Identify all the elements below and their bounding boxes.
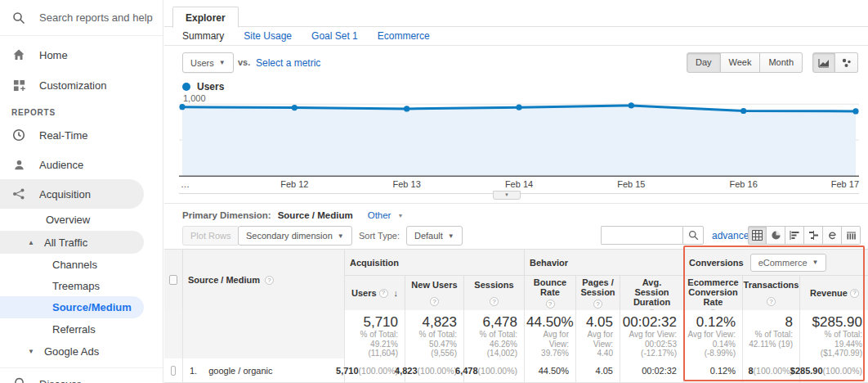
chevron-down-icon: ▼ xyxy=(338,232,344,240)
column-header-pages-session[interactable]: Pages / Session ? xyxy=(575,276,620,311)
row-checkbox[interactable] xyxy=(171,366,176,376)
column-header-new-users[interactable]: New Users ? xyxy=(405,276,463,311)
sidebar-item-all-traffic[interactable]: ▲ All Traffic xyxy=(0,231,144,254)
conversions-goal-dropdown[interactable]: eCommerce ▼ xyxy=(750,254,827,272)
primary-dimension-value[interactable]: Source / Medium xyxy=(278,210,353,220)
sidebar-item-referrals[interactable]: Referrals xyxy=(0,318,163,340)
subtab-summary[interactable]: Summary xyxy=(182,30,224,42)
help-icon[interactable]: ? xyxy=(430,297,439,306)
table-search-button[interactable] xyxy=(682,226,704,245)
column-header-transactions[interactable]: Transactions ? xyxy=(742,276,799,311)
sidebar-search-label: Search reports and help xyxy=(39,11,153,24)
sidebar-item-home[interactable]: Home xyxy=(0,39,163,70)
subtab-goal-set-1[interactable]: Goal Set 1 xyxy=(311,30,358,42)
pivot-view-button[interactable] xyxy=(842,226,861,245)
row-source-medium[interactable]: google / organic xyxy=(208,366,272,376)
cell-sessions: 6,478 xyxy=(455,366,478,376)
cell-revenue-pct: (100.00%) xyxy=(823,366,862,376)
total-value: 6,478 xyxy=(482,314,517,330)
cell-avg-session-duration: 00:02:32 xyxy=(642,366,677,376)
sidebar-section-reports: REPORTS xyxy=(0,100,163,120)
chevron-down-icon: ▼ xyxy=(397,213,403,219)
plot-rows-button[interactable]: Plot Rows xyxy=(182,226,239,246)
row-index: 1. xyxy=(190,366,197,376)
total-subtext: Avg for View: 0.14% (-8.99%) xyxy=(687,330,736,358)
x-axis-label: Feb 13 xyxy=(393,179,421,189)
column-header-bounce-rate[interactable]: Bounce Rate ? xyxy=(524,276,575,311)
users-over-time-chart[interactable]: 5001,000 xyxy=(179,93,859,177)
column-header-revenue[interactable]: Revenue ? xyxy=(799,276,868,311)
sidebar-item-treemaps[interactable]: Treemaps xyxy=(0,275,163,296)
cell-users-pct: (100.00%) xyxy=(359,366,398,376)
total-value: $285.90 xyxy=(812,314,862,330)
chevron-down-icon: ▼ xyxy=(219,59,226,66)
sidebar-item-acquisition[interactable]: Acquisition xyxy=(0,179,144,209)
cell-revenue: $285.90 xyxy=(790,366,823,376)
x-axis-label: … xyxy=(181,179,190,189)
line-chart-button[interactable] xyxy=(812,52,835,73)
cell-ecommerce-conversion-rate: 0.12% xyxy=(710,366,736,376)
column-header-source-medium[interactable]: Source / Medium xyxy=(188,275,260,285)
percentage-view-button[interactable] xyxy=(767,226,785,245)
cell-users: 5,710 xyxy=(336,366,359,376)
data-table-icon xyxy=(752,230,763,241)
select-a-metric-link[interactable]: Select a metric xyxy=(256,57,320,69)
table-row[interactable]: 1. google / organic 5,710(100.00%) 4,823… xyxy=(164,358,868,383)
term-cloud-view-button[interactable] xyxy=(823,226,842,245)
column-header-users[interactable]: Users ? ↓ xyxy=(344,276,405,311)
expand-arrow-icon[interactable]: ▼ xyxy=(28,348,44,355)
granularity-day-button[interactable]: Day xyxy=(687,52,721,73)
comparison-view-button[interactable] xyxy=(804,226,823,245)
column-header-sessions[interactable]: Sessions ? xyxy=(463,276,524,311)
sidebar-item-channels[interactable]: Channels xyxy=(0,254,163,275)
help-icon[interactable]: ? xyxy=(490,297,499,306)
motion-chart-button[interactable] xyxy=(835,52,858,73)
column-header-ecommerce-conversion-rate[interactable]: Ecommerce Conversion Rate ? xyxy=(683,276,742,311)
other-dimension-link[interactable]: Other xyxy=(368,210,391,220)
sidebar-item-label: Overview xyxy=(46,214,90,226)
sidebar-item-audience[interactable]: Audience xyxy=(0,150,163,179)
cell-transactions-pct: (100.00%) xyxy=(754,366,793,376)
subtab-ecommerce[interactable]: Ecommerce xyxy=(378,30,430,42)
primary-dimension-bar: Primary Dimension: Source / Medium Other… xyxy=(182,210,403,220)
sidebar-item-customization[interactable]: Customization xyxy=(0,70,163,100)
sidebar-item-discover[interactable]: Discover xyxy=(0,368,163,383)
sort-descending-icon: ↓ xyxy=(394,288,399,298)
select-all-checkbox[interactable] xyxy=(169,275,177,285)
granularity-month-button[interactable]: Month xyxy=(760,52,803,73)
sidebar-item-source-medium[interactable]: Source/Medium xyxy=(0,296,144,318)
help-icon[interactable]: ? xyxy=(850,289,859,298)
column-label: Bounce Rate xyxy=(530,277,570,297)
help-icon[interactable]: ? xyxy=(767,297,776,306)
sidebar-search[interactable]: Search reports and help xyxy=(0,0,163,36)
help-icon[interactable]: ? xyxy=(379,289,388,298)
sidebar-item-realtime[interactable]: Real-Time xyxy=(0,120,163,150)
sidebar-item-label: Home xyxy=(39,49,68,61)
metric-selector-dropdown[interactable]: Users ▼ xyxy=(182,52,234,73)
total-subtext: Avg for View: 00:02:53 (-12.17%) xyxy=(629,330,677,358)
pie-chart-icon xyxy=(771,230,781,241)
help-icon[interactable]: ? xyxy=(593,300,602,309)
help-icon[interactable]: ? xyxy=(265,276,274,285)
help-icon[interactable]: ? xyxy=(546,300,555,309)
column-header-avg-session-duration[interactable]: Avg. Session Duration ? xyxy=(620,276,683,311)
table-view-button[interactable] xyxy=(748,226,767,245)
tab-explorer[interactable]: Explorer xyxy=(172,7,239,28)
conversions-goal-value: eCommerce xyxy=(758,258,808,268)
subtab-site-usage[interactable]: Site Usage xyxy=(244,30,292,42)
total-subtext: % of Total: 19.44% ($1,470.99) xyxy=(821,330,862,358)
granularity-week-button[interactable]: Week xyxy=(721,52,761,73)
x-axis-label: Feb 12 xyxy=(280,179,308,189)
sidebar-item-label: All Traffic xyxy=(44,237,87,249)
sidebar-item-google-ads[interactable]: ▼ Google Ads xyxy=(0,340,163,363)
sidebar-item-overview[interactable]: Overview xyxy=(0,209,163,231)
sort-type-dropdown[interactable]: Default ▼ xyxy=(406,226,463,246)
secondary-dimension-dropdown[interactable]: Secondary dimension ▼ xyxy=(238,226,352,246)
x-axis-label: Feb 17 xyxy=(831,179,859,189)
table-search-input[interactable] xyxy=(601,226,682,245)
chart-expander-handle[interactable]: ▼ xyxy=(493,191,521,200)
performance-view-button[interactable] xyxy=(785,226,804,245)
sidebar-item-label: Referrals xyxy=(52,323,96,336)
collapse-arrow-icon[interactable]: ▲ xyxy=(28,239,44,246)
column-label: Revenue xyxy=(810,288,848,298)
